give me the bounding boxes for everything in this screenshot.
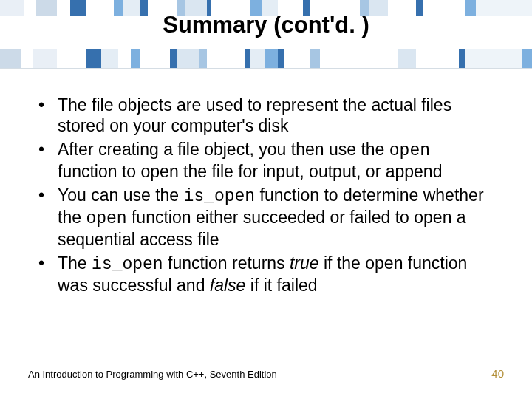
- bullet-item: The is_open function returns true if the…: [35, 253, 494, 296]
- footer-text: An Introduction to Programming with C++,…: [28, 369, 504, 380]
- title-band: Summary (cont'd. ): [0, 0, 532, 70]
- slide-body: The file objects are used to represent t…: [35, 95, 494, 299]
- decorative-bars-bottom: [0, 49, 532, 68]
- slide-title: Summary (cont'd. ): [0, 12, 532, 38]
- title-underline: [0, 68, 532, 69]
- bullet-item: You can use the is_open function to dete…: [35, 185, 494, 250]
- slide: Summary (cont'd. ) The file objects are …: [0, 0, 532, 399]
- bullet-list: The file objects are used to represent t…: [35, 95, 494, 296]
- bullet-item: The file objects are used to represent t…: [35, 95, 494, 136]
- bullet-item: After creating a file object, you then u…: [35, 139, 494, 182]
- page-number: 40: [491, 367, 504, 380]
